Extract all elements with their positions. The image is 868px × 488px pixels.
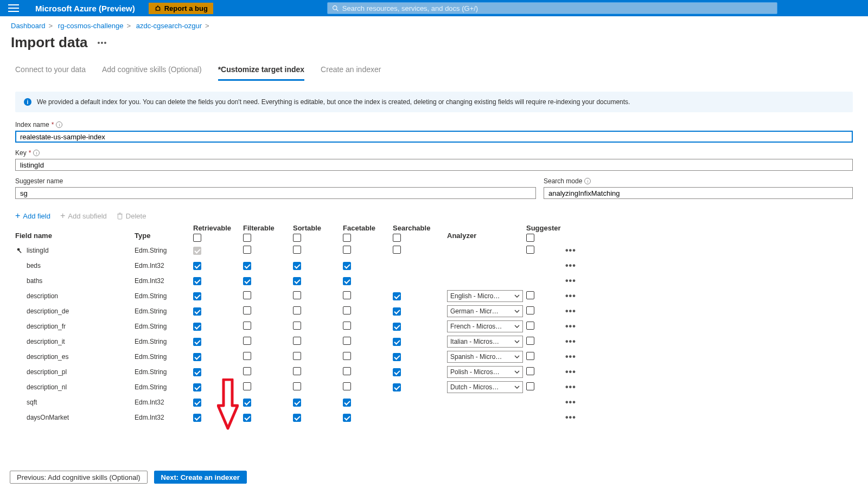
filterable-checkbox[interactable] bbox=[243, 382, 251, 390]
select-all-facetable[interactable] bbox=[343, 234, 351, 242]
searchable-checkbox[interactable] bbox=[393, 323, 401, 331]
facetable-checkbox[interactable] bbox=[343, 322, 351, 330]
filterable-checkbox[interactable] bbox=[243, 306, 251, 314]
crumb-dashboard[interactable]: Dashboard bbox=[11, 22, 46, 30]
facetable-checkbox[interactable] bbox=[343, 291, 351, 299]
row-more-icon[interactable]: ••• bbox=[565, 246, 576, 255]
row-more-icon[interactable]: ••• bbox=[565, 322, 576, 331]
suggester-checkbox[interactable] bbox=[526, 246, 534, 254]
analyzer-select[interactable]: Polish - Micros… bbox=[447, 366, 523, 378]
sortable-checkbox[interactable] bbox=[293, 337, 301, 345]
retrievable-checkbox[interactable] bbox=[193, 247, 201, 255]
filterable-checkbox[interactable] bbox=[243, 337, 251, 345]
filterable-checkbox[interactable] bbox=[243, 367, 251, 375]
facetable-checkbox[interactable] bbox=[343, 262, 351, 270]
retrievable-checkbox[interactable] bbox=[193, 353, 201, 361]
crumb-rg[interactable]: rg-cosmos-challenge bbox=[58, 22, 124, 30]
select-all-filterable[interactable] bbox=[243, 234, 251, 242]
row-more-icon[interactable]: ••• bbox=[565, 337, 576, 346]
tab-connect[interactable]: Connect to your data bbox=[15, 62, 86, 81]
facetable-checkbox[interactable] bbox=[343, 414, 351, 422]
facetable-checkbox[interactable] bbox=[343, 399, 351, 407]
retrievable-checkbox[interactable] bbox=[193, 292, 201, 300]
global-search[interactable] bbox=[327, 2, 777, 14]
help-icon[interactable]: i bbox=[584, 178, 591, 184]
filterable-checkbox[interactable] bbox=[243, 246, 251, 254]
facetable-checkbox[interactable] bbox=[343, 382, 351, 390]
sortable-checkbox[interactable] bbox=[293, 322, 301, 330]
tab-customize[interactable]: *Customize target index bbox=[218, 62, 304, 81]
sortable-checkbox[interactable] bbox=[293, 246, 301, 254]
sortable-checkbox[interactable] bbox=[293, 262, 301, 270]
searchable-checkbox[interactable] bbox=[393, 368, 401, 376]
sortable-checkbox[interactable] bbox=[293, 352, 301, 360]
analyzer-select[interactable]: Dutch - Micros… bbox=[447, 381, 523, 393]
sortable-checkbox[interactable] bbox=[293, 414, 301, 422]
suggester-checkbox[interactable] bbox=[526, 382, 534, 390]
select-all-suggester[interactable] bbox=[526, 234, 534, 242]
searchable-checkbox[interactable] bbox=[393, 338, 401, 346]
filterable-checkbox[interactable] bbox=[243, 277, 251, 285]
row-more-icon[interactable]: ••• bbox=[565, 261, 576, 270]
facetable-checkbox[interactable] bbox=[343, 306, 351, 314]
row-more-icon[interactable]: ••• bbox=[565, 382, 576, 391]
retrievable-checkbox[interactable] bbox=[193, 414, 201, 422]
sortable-checkbox[interactable] bbox=[293, 367, 301, 375]
filterable-checkbox[interactable] bbox=[243, 352, 251, 360]
suggester-checkbox[interactable] bbox=[526, 367, 534, 375]
crumb-resource[interactable]: azdc-cgsearch-ozgur bbox=[136, 22, 202, 30]
tab-indexer[interactable]: Create an indexer bbox=[321, 62, 381, 81]
facetable-checkbox[interactable] bbox=[343, 337, 351, 345]
index-name-input[interactable] bbox=[15, 131, 853, 143]
searchable-checkbox[interactable] bbox=[393, 292, 401, 300]
filterable-checkbox[interactable] bbox=[243, 291, 251, 299]
tab-cognitive[interactable]: Add cognitive skills (Optional) bbox=[102, 62, 202, 81]
facetable-checkbox[interactable] bbox=[343, 367, 351, 375]
suggester-checkbox[interactable] bbox=[526, 337, 534, 345]
searchable-checkbox[interactable] bbox=[393, 307, 401, 316]
facetable-checkbox[interactable] bbox=[343, 352, 351, 360]
add-field-button[interactable]: +Add field bbox=[15, 211, 50, 221]
row-more-icon[interactable]: ••• bbox=[565, 367, 576, 376]
suggester-input[interactable] bbox=[15, 187, 536, 199]
hamburger-icon[interactable] bbox=[8, 4, 19, 12]
filterable-checkbox[interactable] bbox=[243, 414, 251, 422]
searchable-checkbox[interactable] bbox=[393, 383, 401, 391]
row-more-icon[interactable]: ••• bbox=[565, 291, 576, 300]
retrievable-checkbox[interactable] bbox=[193, 323, 201, 331]
retrievable-checkbox[interactable] bbox=[193, 262, 201, 270]
select-all-searchable[interactable] bbox=[393, 234, 401, 242]
searchable-checkbox[interactable] bbox=[393, 353, 401, 361]
help-icon[interactable]: i bbox=[56, 121, 62, 128]
search-mode-input[interactable] bbox=[544, 187, 853, 199]
sortable-checkbox[interactable] bbox=[293, 306, 301, 314]
analyzer-select[interactable]: Spanish - Micro… bbox=[447, 351, 523, 363]
sortable-checkbox[interactable] bbox=[293, 382, 301, 390]
row-more-icon[interactable]: ••• bbox=[565, 276, 576, 285]
filterable-checkbox[interactable] bbox=[243, 399, 251, 407]
filterable-checkbox[interactable] bbox=[243, 262, 251, 270]
retrievable-checkbox[interactable] bbox=[193, 383, 201, 391]
sortable-checkbox[interactable] bbox=[293, 291, 301, 299]
help-icon[interactable]: i bbox=[33, 150, 40, 156]
suggester-checkbox[interactable] bbox=[526, 306, 534, 314]
row-more-icon[interactable]: ••• bbox=[565, 306, 576, 316]
analyzer-select[interactable]: English - Micro… bbox=[447, 290, 523, 302]
facetable-checkbox[interactable] bbox=[343, 277, 351, 285]
retrievable-checkbox[interactable] bbox=[193, 368, 201, 376]
suggester-checkbox[interactable] bbox=[526, 322, 534, 330]
retrievable-checkbox[interactable] bbox=[193, 307, 201, 316]
row-more-icon[interactable]: ••• bbox=[565, 352, 576, 361]
search-input[interactable] bbox=[342, 4, 773, 12]
report-bug-button[interactable]: Report a bug bbox=[149, 3, 213, 14]
sortable-checkbox[interactable] bbox=[293, 277, 301, 285]
key-input[interactable] bbox=[15, 159, 853, 171]
facetable-checkbox[interactable] bbox=[343, 246, 351, 254]
retrievable-checkbox[interactable] bbox=[193, 277, 201, 285]
row-more-icon[interactable]: ••• bbox=[565, 397, 576, 407]
row-more-icon[interactable]: ••• bbox=[565, 413, 576, 422]
retrievable-checkbox[interactable] bbox=[193, 338, 201, 346]
analyzer-select[interactable]: Italian - Micros… bbox=[447, 336, 523, 348]
suggester-checkbox[interactable] bbox=[526, 352, 534, 360]
analyzer-select[interactable]: French - Micros… bbox=[447, 320, 523, 332]
